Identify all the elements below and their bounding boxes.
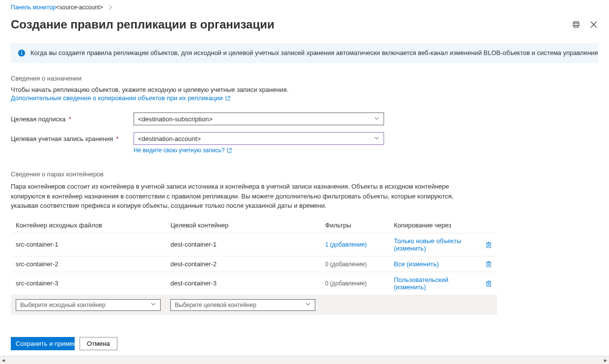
col-dst: Целевой контейнер — [166, 218, 320, 233]
svg-rect-7 — [487, 262, 491, 267]
chevron-right-icon — [109, 4, 112, 11]
account-value: <destination-account> — [138, 135, 201, 142]
external-link-icon — [225, 95, 231, 101]
scroll-left-icon[interactable]: ◄ — [1, 358, 6, 363]
breadcrumb-dashboard[interactable]: Панель монитор — [11, 4, 56, 11]
account-label: Целевая учетная запись хранения* — [11, 132, 134, 142]
horizontal-scrollbar[interactable]: ◄ ► — [0, 356, 609, 364]
account-help-link[interactable]: Не видите свою учетную запись? — [134, 147, 384, 154]
dst-cell: dest-container-2 — [166, 256, 320, 272]
destination-desc: Чтобы начать репликацию объектов, укажит… — [11, 86, 598, 93]
dst-cell: dest-container-1 — [166, 233, 320, 256]
copy-mode-link[interactable]: Пользовательский (изменить) — [394, 276, 481, 291]
cancel-button[interactable]: Отмена — [80, 337, 117, 350]
new-pair-row: Выберите исходный контейнер Выберите цел… — [11, 295, 497, 315]
copy-mode-link[interactable]: Только новые объекты (изменить) — [394, 237, 481, 252]
filter-link[interactable]: 0 (добавление) — [325, 280, 367, 287]
pairs-desc: Пара контейнеров состоит из контейнера в… — [11, 182, 482, 211]
destination-learn-more-link[interactable]: Дополнительные сведения о копировании об… — [11, 94, 223, 102]
src-cell: src-container-2 — [11, 256, 166, 272]
col-copy: Копирование через — [389, 218, 497, 233]
destination-container-dropdown[interactable]: Выберите целевой контейнер — [170, 299, 315, 311]
dst-cell: dest-container-3 — [166, 272, 320, 295]
chevron-down-icon — [374, 135, 380, 142]
delete-icon[interactable] — [485, 260, 492, 267]
pairs-heading: Сведения о парах контейнеров — [11, 170, 598, 178]
filter-link[interactable]: 0 (добавление) — [325, 261, 367, 268]
src-cell: src-container-1 — [11, 233, 166, 256]
delete-icon[interactable] — [485, 280, 492, 287]
svg-point-5 — [21, 51, 22, 52]
table-row: src-container-1dest-container-11 (добавл… — [11, 233, 497, 256]
svg-rect-6 — [487, 243, 491, 248]
breadcrumb-current: <source-account> — [56, 4, 103, 11]
page-title: Создание правил репликации в организации — [11, 18, 275, 31]
subscription-dropdown[interactable]: <destination-subscription> — [134, 112, 384, 125]
save-button[interactable]: Сохранить и применить — [11, 337, 75, 350]
external-link-icon — [226, 147, 232, 153]
destination-heading: Сведения о назначении — [11, 75, 598, 82]
pairs-table: Контейнер исходных файлов Целевой контей… — [11, 218, 497, 315]
delete-icon[interactable] — [485, 241, 492, 248]
chevron-down-icon — [150, 301, 156, 308]
chevron-down-icon — [374, 115, 380, 123]
print-icon[interactable] — [572, 20, 581, 29]
close-icon[interactable] — [589, 20, 598, 29]
svg-rect-8 — [487, 282, 491, 286]
chevron-down-icon — [305, 301, 311, 308]
filter-link[interactable]: 1 (добавление) — [325, 241, 367, 248]
info-icon — [18, 49, 26, 57]
subscription-value: <destination-subscription> — [138, 115, 213, 123]
breadcrumb: Панель монитор<source-account> — [11, 4, 598, 11]
account-dropdown[interactable]: <destination-account> — [134, 132, 384, 145]
col-filters: Фильтры — [320, 218, 389, 233]
scroll-right-icon[interactable]: ► — [603, 358, 608, 363]
copy-mode-link[interactable]: Все (изменить) — [394, 260, 439, 268]
src-cell: src-container-3 — [11, 272, 166, 295]
subscription-label: Целевая подписка* — [11, 112, 134, 123]
source-container-dropdown[interactable]: Выберите исходный контейнер — [16, 299, 161, 311]
table-row: src-container-3dest-container-30 (добавл… — [11, 272, 497, 295]
svg-rect-4 — [21, 53, 22, 55]
col-src: Контейнер исходных файлов — [11, 218, 166, 233]
info-banner-text: Когда вы создаете правила репликации объ… — [30, 49, 598, 56]
info-banner: Когда вы создаете правила репликации объ… — [11, 43, 598, 63]
table-row: src-container-2dest-container-20 (добавл… — [11, 256, 497, 272]
